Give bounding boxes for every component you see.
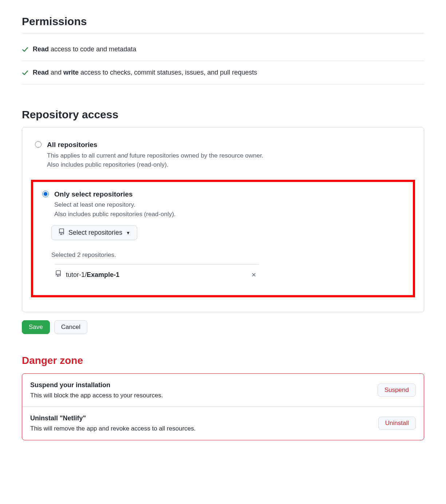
radio-all-desc: This applies to all current and future r… bbox=[47, 151, 263, 170]
check-icon bbox=[22, 70, 28, 76]
select-repositories-label: Select repositories bbox=[68, 229, 122, 237]
radio-only-select[interactable] bbox=[42, 191, 49, 197]
caret-down-icon: ▼ bbox=[126, 230, 130, 235]
permission-text: Read and write access to checks, commit … bbox=[33, 68, 257, 78]
permissions-heading: Permissions bbox=[22, 13, 424, 33]
danger-row-suspend: Suspend your installation This will bloc… bbox=[22, 374, 424, 407]
remove-repo-icon[interactable] bbox=[249, 270, 259, 281]
save-button[interactable]: Save bbox=[22, 320, 50, 334]
radio-only-label: Only select repositories bbox=[54, 189, 176, 200]
danger-suspend-title: Suspend your installation bbox=[30, 380, 163, 390]
select-repositories-button[interactable]: Select repositories ▼ bbox=[51, 225, 137, 240]
repo-access-box: All repositories This applies to all cur… bbox=[22, 127, 424, 312]
repo-icon bbox=[55, 270, 62, 280]
highlight-annotation: Only select repositories Select at least… bbox=[31, 180, 415, 297]
selected-repo-list: tutor-1/Example-1 bbox=[55, 264, 259, 281]
danger-zone-heading: Danger zone bbox=[22, 353, 424, 368]
check-icon bbox=[22, 46, 28, 53]
permission-row: Read and write access to checks, commit … bbox=[22, 61, 424, 84]
suspend-button[interactable]: Suspend bbox=[378, 384, 416, 397]
radio-option-only: Only select repositories Select at least… bbox=[38, 188, 408, 283]
cancel-button[interactable]: Cancel bbox=[54, 320, 87, 334]
repo-icon bbox=[58, 229, 65, 237]
permission-row: Read access to code and metadata bbox=[22, 38, 424, 61]
selected-count: Selected 2 repositories. bbox=[51, 250, 406, 260]
uninstall-button[interactable]: Uninstall bbox=[378, 417, 416, 430]
radio-only-desc: Select at least one repository. Also inc… bbox=[54, 200, 176, 219]
radio-all-repositories[interactable] bbox=[35, 141, 42, 148]
danger-uninstall-title: Uninstall "Netlify" bbox=[30, 413, 196, 423]
danger-suspend-desc: This will block the app access to your r… bbox=[30, 391, 163, 400]
danger-zone-box: Suspend your installation This will bloc… bbox=[22, 373, 424, 440]
danger-uninstall-desc: This will remove the app and revoke acce… bbox=[30, 424, 196, 433]
danger-row-uninstall: Uninstall "Netlify" This will remove the… bbox=[22, 407, 424, 440]
selected-repo-name: tutor-1/Example-1 bbox=[66, 270, 119, 280]
radio-option-all: All repositories This applies to all cur… bbox=[31, 138, 415, 172]
action-row: Save Cancel bbox=[22, 320, 424, 334]
radio-all-label: All repositories bbox=[47, 140, 263, 150]
permission-text: Read access to code and metadata bbox=[33, 44, 136, 54]
repo-access-heading: Repository access bbox=[22, 106, 424, 123]
selected-repo-item: tutor-1/Example-1 bbox=[55, 265, 259, 281]
